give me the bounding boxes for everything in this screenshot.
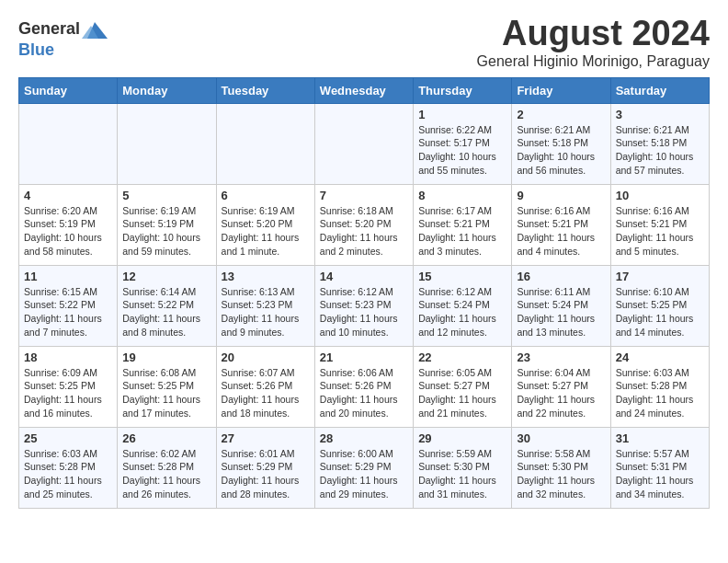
day-info: Sunrise: 6:21 AM Sunset: 5:18 PM Dayligh…	[616, 123, 704, 178]
day-number: 3	[616, 108, 704, 121]
calendar-table: SundayMondayTuesdayWednesdayThursdayFrid…	[18, 77, 710, 509]
calendar-cell	[118, 103, 216, 184]
day-info: Sunrise: 6:08 AM Sunset: 5:25 PM Dayligh…	[122, 366, 210, 420]
day-info: Sunrise: 6:18 AM Sunset: 5:20 PM Dayligh…	[320, 204, 408, 259]
day-number: 27	[222, 431, 310, 445]
day-info: Sunrise: 6:11 AM Sunset: 5:24 PM Dayligh…	[517, 285, 605, 339]
day-header-thursday: Thursday	[414, 77, 512, 103]
day-info: Sunrise: 6:15 AM Sunset: 5:22 PM Dayligh…	[24, 285, 112, 339]
day-info: Sunrise: 6:06 AM Sunset: 5:26 PM Dayligh…	[320, 366, 408, 420]
day-info: Sunrise: 6:19 AM Sunset: 5:20 PM Dayligh…	[222, 204, 310, 259]
calendar-cell: 12Sunrise: 6:14 AM Sunset: 5:22 PM Dayli…	[118, 265, 216, 346]
calendar-cell: 31Sunrise: 5:57 AM Sunset: 5:31 PM Dayli…	[610, 427, 709, 508]
day-header-tuesday: Tuesday	[216, 77, 314, 103]
day-number: 10	[616, 189, 704, 202]
day-info: Sunrise: 5:58 AM Sunset: 5:30 PM Dayligh…	[517, 447, 605, 501]
day-number: 6	[222, 189, 310, 202]
day-number: 8	[418, 189, 506, 202]
calendar-cell	[314, 103, 413, 184]
day-number: 15	[418, 270, 506, 283]
day-info: Sunrise: 6:19 AM Sunset: 5:19 PM Dayligh…	[122, 204, 210, 259]
calendar-cell: 19Sunrise: 6:08 AM Sunset: 5:25 PM Dayli…	[118, 346, 216, 427]
calendar-cell: 11Sunrise: 6:15 AM Sunset: 5:22 PM Dayli…	[19, 265, 118, 346]
day-info: Sunrise: 6:17 AM Sunset: 5:21 PM Dayligh…	[418, 204, 506, 259]
day-number: 13	[222, 270, 310, 283]
day-number: 12	[122, 270, 210, 283]
calendar-cell	[19, 103, 118, 184]
day-number: 30	[517, 431, 605, 445]
calendar-cell: 13Sunrise: 6:13 AM Sunset: 5:23 PM Dayli…	[216, 265, 314, 346]
day-info: Sunrise: 6:07 AM Sunset: 5:26 PM Dayligh…	[222, 366, 310, 420]
day-number: 28	[320, 431, 408, 445]
week-row-2: 4Sunrise: 6:20 AM Sunset: 5:19 PM Daylig…	[19, 184, 710, 265]
day-info: Sunrise: 6:21 AM Sunset: 5:18 PM Dayligh…	[517, 123, 605, 178]
day-info: Sunrise: 6:22 AM Sunset: 5:17 PM Dayligh…	[418, 123, 506, 178]
calendar-cell: 27Sunrise: 6:01 AM Sunset: 5:29 PM Dayli…	[216, 427, 314, 508]
calendar-cell: 7Sunrise: 6:18 AM Sunset: 5:20 PM Daylig…	[314, 184, 413, 265]
calendar-cell: 1Sunrise: 6:22 AM Sunset: 5:17 PM Daylig…	[414, 103, 512, 184]
main-title: August 2024	[477, 15, 710, 53]
week-row-1: 1Sunrise: 6:22 AM Sunset: 5:17 PM Daylig…	[19, 103, 710, 184]
calendar-cell: 18Sunrise: 6:09 AM Sunset: 5:25 PM Dayli…	[19, 346, 118, 427]
day-header-friday: Friday	[512, 77, 610, 103]
week-row-4: 18Sunrise: 6:09 AM Sunset: 5:25 PM Dayli…	[19, 346, 710, 427]
day-number: 31	[616, 431, 704, 445]
calendar-cell: 26Sunrise: 6:02 AM Sunset: 5:28 PM Dayli…	[118, 427, 216, 508]
day-number: 17	[616, 270, 704, 283]
calendar-cell: 22Sunrise: 6:05 AM Sunset: 5:27 PM Dayli…	[414, 346, 512, 427]
calendar-cell: 10Sunrise: 6:16 AM Sunset: 5:21 PM Dayli…	[610, 184, 709, 265]
day-number: 5	[122, 189, 210, 202]
day-number: 11	[24, 270, 112, 283]
calendar-cell: 23Sunrise: 6:04 AM Sunset: 5:27 PM Dayli…	[512, 346, 610, 427]
calendar-cell: 21Sunrise: 6:06 AM Sunset: 5:26 PM Dayli…	[314, 346, 413, 427]
calendar-cell: 9Sunrise: 6:16 AM Sunset: 5:21 PM Daylig…	[512, 184, 610, 265]
day-info: Sunrise: 6:13 AM Sunset: 5:23 PM Dayligh…	[222, 285, 310, 339]
header-row: SundayMondayTuesdayWednesdayThursdayFrid…	[19, 77, 710, 103]
day-number: 7	[320, 189, 408, 202]
day-info: Sunrise: 5:59 AM Sunset: 5:30 PM Dayligh…	[418, 447, 506, 501]
day-info: Sunrise: 6:09 AM Sunset: 5:25 PM Dayligh…	[24, 366, 112, 420]
calendar-cell: 4Sunrise: 6:20 AM Sunset: 5:19 PM Daylig…	[19, 184, 118, 265]
day-number: 26	[122, 431, 210, 445]
day-info: Sunrise: 6:00 AM Sunset: 5:29 PM Dayligh…	[320, 447, 408, 501]
logo-text: General	[18, 19, 80, 40]
subtitle: General Higinio Morinigo, Paraguay	[477, 53, 710, 70]
day-info: Sunrise: 6:02 AM Sunset: 5:28 PM Dayligh…	[122, 447, 210, 501]
day-number: 18	[24, 350, 112, 364]
day-number: 29	[418, 431, 506, 445]
calendar-cell: 5Sunrise: 6:19 AM Sunset: 5:19 PM Daylig…	[118, 184, 216, 265]
day-info: Sunrise: 5:57 AM Sunset: 5:31 PM Dayligh…	[616, 447, 704, 501]
day-info: Sunrise: 6:03 AM Sunset: 5:28 PM Dayligh…	[616, 366, 704, 420]
day-info: Sunrise: 6:12 AM Sunset: 5:23 PM Dayligh…	[320, 285, 408, 339]
day-header-monday: Monday	[118, 77, 216, 103]
calendar-cell: 16Sunrise: 6:11 AM Sunset: 5:24 PM Dayli…	[512, 265, 610, 346]
day-info: Sunrise: 6:16 AM Sunset: 5:21 PM Dayligh…	[616, 204, 704, 259]
day-number: 22	[418, 350, 506, 364]
day-header-saturday: Saturday	[610, 77, 709, 103]
title-section: August 2024 General Higinio Morinigo, Pa…	[477, 15, 710, 70]
calendar-cell: 3Sunrise: 6:21 AM Sunset: 5:18 PM Daylig…	[610, 103, 709, 184]
calendar-cell: 20Sunrise: 6:07 AM Sunset: 5:26 PM Dayli…	[216, 346, 314, 427]
day-number: 20	[222, 350, 310, 364]
calendar-cell: 8Sunrise: 6:17 AM Sunset: 5:21 PM Daylig…	[414, 184, 512, 265]
day-info: Sunrise: 6:16 AM Sunset: 5:21 PM Dayligh…	[517, 204, 605, 259]
day-info: Sunrise: 6:10 AM Sunset: 5:25 PM Dayligh…	[616, 285, 704, 339]
day-number: 4	[24, 189, 112, 202]
day-number: 23	[517, 350, 605, 364]
day-info: Sunrise: 6:04 AM Sunset: 5:27 PM Dayligh…	[517, 366, 605, 420]
day-number: 21	[320, 350, 408, 364]
header: General Blue August 2024 General Higinio…	[18, 15, 710, 70]
day-info: Sunrise: 6:12 AM Sunset: 5:24 PM Dayligh…	[418, 285, 506, 339]
day-number: 2	[517, 108, 605, 121]
calendar-cell: 29Sunrise: 5:59 AM Sunset: 5:30 PM Dayli…	[414, 427, 512, 508]
day-header-sunday: Sunday	[19, 77, 118, 103]
day-info: Sunrise: 6:14 AM Sunset: 5:22 PM Dayligh…	[122, 285, 210, 339]
logo: General Blue	[18, 18, 108, 60]
day-info: Sunrise: 6:20 AM Sunset: 5:19 PM Dayligh…	[24, 204, 112, 259]
calendar-cell: 14Sunrise: 6:12 AM Sunset: 5:23 PM Dayli…	[314, 265, 413, 346]
calendar-cell: 17Sunrise: 6:10 AM Sunset: 5:25 PM Dayli…	[610, 265, 709, 346]
day-number: 9	[517, 189, 605, 202]
day-number: 25	[24, 431, 112, 445]
day-info: Sunrise: 6:05 AM Sunset: 5:27 PM Dayligh…	[418, 366, 506, 420]
calendar-cell: 24Sunrise: 6:03 AM Sunset: 5:28 PM Dayli…	[610, 346, 709, 427]
